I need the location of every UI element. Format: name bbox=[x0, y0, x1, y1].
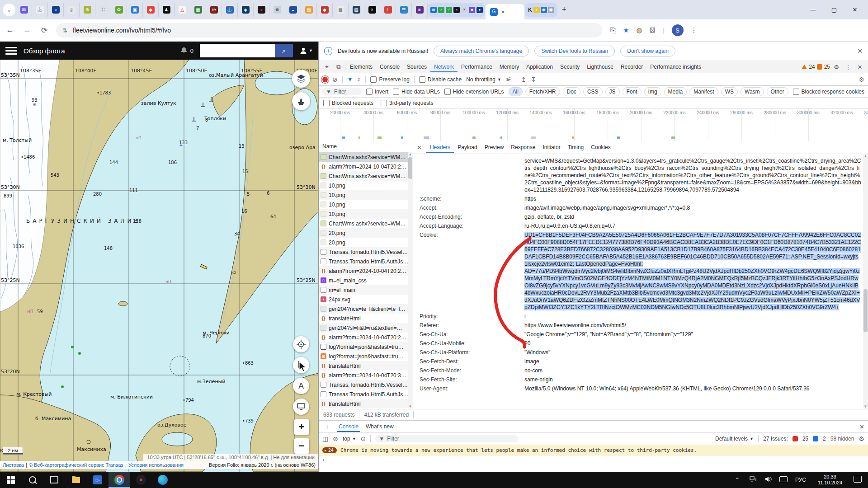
request-row[interactable]: ChartWms.ashx?service=WM… bbox=[319, 171, 413, 181]
request-row[interactable]: Transas.Tornado.Html5.Vessel… bbox=[319, 247, 413, 257]
filter-chip[interactable]: Manifest bbox=[689, 87, 718, 96]
network-filter-input[interactable]: ▼ Filter bbox=[322, 88, 362, 95]
devtools-tab[interactable]: Elements bbox=[346, 61, 376, 72]
translate-icon[interactable]: ⎘ bbox=[610, 26, 616, 34]
language-indicator[interactable]: РУС bbox=[792, 477, 809, 483]
site-settings-icon[interactable]: ⇅ bbox=[62, 27, 67, 34]
tab-group[interactable]: ▦ ✓ ✓ × ✳ ◆ ● bbox=[429, 3, 485, 17]
details-tab[interactable]: Cookies bbox=[587, 141, 614, 153]
request-row[interactable]: gen204?sl=fi&tl=ru&textlen=… bbox=[319, 323, 413, 333]
filter-chip[interactable]: Font bbox=[623, 87, 642, 96]
filter-chip[interactable]: Media bbox=[664, 87, 687, 96]
volume-icon[interactable] bbox=[761, 476, 775, 483]
request-row[interactable]: {} translateHtml bbox=[319, 399, 413, 408]
request-row[interactable]: {} alarm?from=2024-10-04T20:2… bbox=[319, 266, 413, 276]
pinned-t ab[interactable]: re bbox=[206, 3, 222, 17]
details-tab[interactable]: Payload bbox=[454, 141, 481, 153]
pinned-t ab[interactable]: ⊕ bbox=[80, 3, 95, 17]
details-tab[interactable]: Preview bbox=[481, 141, 508, 153]
request-row[interactable]: {} alarm?from=2024-10-04T20:2… bbox=[319, 333, 413, 342]
menu-icon[interactable]: ⋮ bbox=[691, 26, 698, 34]
issues-count[interactable]: 25 bbox=[824, 64, 830, 70]
pinned-t ab[interactable]: ✿ bbox=[111, 3, 127, 17]
request-row[interactable]: 10.png bbox=[319, 200, 413, 209]
pinned-t ab[interactable]: ⚓ bbox=[222, 3, 238, 17]
request-row[interactable]: {} m=el_main_css bbox=[319, 276, 413, 285]
pinned-t ab[interactable]: ▧ bbox=[349, 3, 364, 17]
pinned-t ab[interactable]: L bbox=[380, 3, 396, 17]
pinned-t ab[interactable]: ☰ bbox=[396, 3, 412, 17]
pinned-t ab[interactable]: ▣ bbox=[127, 3, 143, 17]
hide-data-urls-checkbox[interactable]: Hide data URLs bbox=[393, 89, 440, 95]
request-row[interactable]: 10.png bbox=[319, 190, 413, 200]
devtools-tab[interactable]: Sources bbox=[403, 61, 430, 72]
request-row[interactable]: 10.png bbox=[319, 209, 413, 219]
devtools-tab[interactable]: Console bbox=[376, 61, 403, 72]
vessel-tracking-button[interactable] bbox=[292, 92, 310, 110]
hide-extension-urls-checkbox[interactable]: Hide extension URLs bbox=[444, 89, 504, 95]
label-tool-button[interactable]: A bbox=[293, 378, 309, 394]
network-conditions-icon[interactable]: ⚟ bbox=[506, 76, 512, 83]
globe-icon[interactable]: ◍ bbox=[636, 26, 642, 34]
devtools-tab[interactable]: Lighthouse bbox=[583, 61, 617, 72]
issues-label[interactable]: 27 Issues: bbox=[763, 436, 788, 442]
dont-show-button[interactable]: Don't show again bbox=[620, 46, 675, 56]
request-row[interactable]: 10.png bbox=[319, 181, 413, 190]
request-row[interactable]: {} alarm?from=2024-10-04T20:3… bbox=[319, 371, 413, 380]
console-settings-gear-icon[interactable]: ⚙ bbox=[859, 435, 864, 442]
hidden-messages[interactable]: 58 hidden bbox=[830, 436, 854, 442]
warning-triangle-icon[interactable] bbox=[802, 65, 807, 69]
start-button[interactable] bbox=[0, 472, 22, 488]
devtools-tab[interactable]: Application bbox=[523, 61, 557, 72]
preserve-log-checkbox[interactable]: Preserve log bbox=[370, 76, 409, 83]
request-row[interactable]: ▣ log?format=json&hasfast=tru… bbox=[319, 352, 413, 361]
search-button[interactable]: ⌕ bbox=[275, 44, 293, 57]
layers-button[interactable] bbox=[292, 70, 310, 88]
pinned-t ab[interactable]: ▩ bbox=[333, 3, 349, 17]
locate-button[interactable] bbox=[293, 336, 309, 352]
filter-chip[interactable]: All bbox=[509, 87, 523, 96]
tab-close-icon[interactable]: × bbox=[501, 9, 505, 15]
cookie-value[interactable]: UD1=CF8B1F5DEF3F04FCB9A2A5E59725A4D6F606… bbox=[524, 231, 861, 311]
switch-russian-button[interactable]: Switch DevTools to Russian bbox=[534, 46, 615, 56]
pinned-t ab[interactable]: △ bbox=[175, 3, 190, 17]
reload-icon[interactable]: ⟳ bbox=[39, 26, 50, 35]
warning-count[interactable]: 24 bbox=[809, 64, 815, 70]
filter-chip[interactable]: Img bbox=[644, 87, 661, 96]
third-party-checkbox[interactable]: 3rd-party requests bbox=[381, 100, 433, 106]
request-row[interactable]: ChartWms.ashx?service=WM… bbox=[319, 219, 413, 228]
console-clear-icon[interactable]: ⊘ bbox=[333, 435, 338, 442]
app-dark-button[interactable] bbox=[130, 472, 152, 488]
devtools-tab[interactable]: Recorder bbox=[617, 61, 646, 72]
request-row[interactable]: 20.png bbox=[319, 238, 413, 247]
more-menu-icon[interactable]: ⋮ bbox=[843, 64, 854, 70]
details-tab[interactable]: Initiator bbox=[539, 141, 564, 153]
throttling-dropdown[interactable]: No throttling▼ bbox=[466, 76, 501, 83]
pinned-t ab[interactable]: ✉ bbox=[16, 3, 32, 17]
network-overview-timeline[interactable]: 20000 ms 40000 ms 60000 ms 80000 ms 1000… bbox=[319, 108, 868, 141]
extensions-icon[interactable]: ⚄ bbox=[650, 26, 656, 34]
details-close-icon[interactable]: ✕ bbox=[417, 144, 422, 151]
console-warning-message[interactable]: ▸24 Chrome is moving towards a new exper… bbox=[319, 445, 868, 455]
inspect-icon[interactable]: ⌖ bbox=[321, 63, 332, 70]
request-list-scrollbar[interactable]: ▲ ▼ bbox=[408, 152, 413, 409]
banner-close-icon[interactable]: ✕ bbox=[857, 47, 863, 55]
request-row[interactable]: {} translateHtml bbox=[319, 314, 413, 323]
search-input[interactable] bbox=[200, 44, 275, 57]
close-button[interactable]: ✕ bbox=[844, 0, 865, 19]
pointer-tool-button[interactable] bbox=[293, 357, 309, 373]
request-row[interactable]: Transas.Tornado.Html5.AuthJs… bbox=[319, 257, 413, 266]
minimize-button[interactable]: — bbox=[803, 0, 824, 19]
devtools-tab[interactable]: Memory bbox=[496, 61, 523, 72]
nautical-chart[interactable]: БАРГУЗИНСКИЙ ЗАЛИВ 108°35E108°40E108°45E… bbox=[0, 60, 318, 472]
drawer-close-icon[interactable]: ✕ bbox=[859, 423, 864, 430]
request-row[interactable]: gen204?nca=te_li&client=te_l… bbox=[319, 304, 413, 314]
blocked-cookies-checkbox[interactable]: Blocked response cookies bbox=[793, 89, 864, 95]
service-link[interactable]: © Веб-картографический сервис Transas bbox=[29, 462, 123, 468]
action-center-icon[interactable] bbox=[851, 476, 864, 484]
filter-chip[interactable]: CSS bbox=[583, 87, 603, 96]
console-tab[interactable]: Console bbox=[337, 421, 360, 432]
device-toolbar-icon[interactable]: ⧉ bbox=[333, 63, 344, 70]
screen-button[interactable] bbox=[293, 399, 309, 415]
pinned-t ab[interactable]: ▤ bbox=[301, 3, 317, 17]
